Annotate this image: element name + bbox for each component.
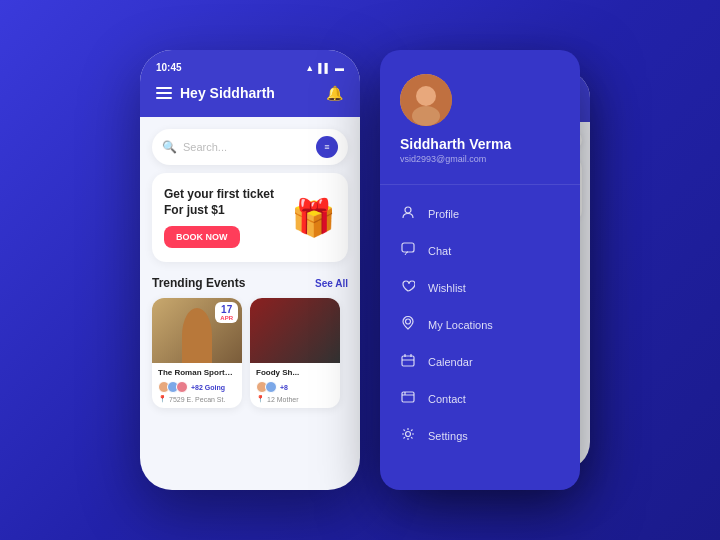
event-card-2[interactable]: Foody Sh... +8 📍 12 Mother: [250, 298, 340, 408]
date-month: APR: [220, 315, 233, 321]
promo-text: Get your first ticket For just $1 BOOK N…: [164, 187, 274, 248]
svg-point-5: [406, 319, 411, 324]
event-name-2: Foody Sh...: [256, 368, 334, 377]
drawer-item-wishlist[interactable]: Wishlist: [380, 269, 580, 306]
book-now-button[interactable]: BOOK NOW: [164, 226, 240, 248]
avatar-svg: [400, 74, 452, 126]
see-all-button[interactable]: See All: [315, 278, 348, 289]
events-row: 17 APR The Roman Sports Eve... +82 Going: [140, 298, 360, 408]
status-time: 10:45: [156, 62, 182, 73]
drawer-item-calendar[interactable]: Calendar: [380, 343, 580, 380]
person-silhouette: [182, 308, 212, 363]
going-text-2: +8: [280, 384, 288, 391]
user-avatar: [400, 74, 452, 126]
drawer-item-profile[interactable]: Profile: [380, 195, 580, 232]
battery-icon: ▬: [335, 63, 344, 73]
avatar-5: [265, 381, 277, 393]
scene: 10:45 ▲ ▌▌ ▬ Hey Siddharth 🔔 🔍 Search...: [140, 50, 580, 490]
event-img-1: 17 APR: [152, 298, 242, 363]
drawer-menu-items: Profile Chat Wishlist: [380, 185, 580, 464]
contact-icon: [400, 390, 416, 407]
bell-icon[interactable]: 🔔: [324, 83, 344, 103]
avatar-3: [176, 381, 188, 393]
filter-button[interactable]: ≡: [316, 136, 338, 158]
drawer-item-chat[interactable]: Chat: [380, 232, 580, 269]
profile-label: Profile: [428, 208, 459, 220]
event-info-2: Foody Sh... +8 📍 12 Mother: [250, 363, 340, 408]
svg-rect-7: [402, 392, 414, 402]
location-text-2: 12 Mother: [267, 396, 299, 403]
calendar-label: Calendar: [428, 356, 473, 368]
nav-greeting: Hey Siddharth: [180, 85, 324, 101]
search-icon: 🔍: [162, 140, 177, 154]
svg-point-1: [416, 86, 436, 106]
svg-point-8: [406, 432, 411, 437]
location-icon-1: 📍: [158, 395, 167, 403]
svg-point-2: [412, 106, 440, 126]
svg-rect-6: [402, 356, 414, 366]
status-bar: 10:45 ▲ ▌▌ ▬: [156, 62, 344, 73]
date-badge-1: 17 APR: [215, 302, 238, 323]
heart-icon: [400, 279, 416, 296]
promo-banner: Get your first ticket For just $1 BOOK N…: [152, 173, 348, 262]
svg-point-3: [405, 207, 411, 213]
event-going-1: +82 Going: [158, 381, 236, 393]
wifi-icon: ▲: [305, 63, 314, 73]
settings-label: Settings: [428, 430, 468, 442]
calendar-icon: [400, 353, 416, 370]
drawer-item-settings[interactable]: Settings: [380, 417, 580, 454]
trending-header: Trending Events See All: [140, 272, 360, 298]
avatar-stack-1: [158, 381, 185, 393]
drawer-profile: Siddharth Verma vsid2993@gmail.com: [380, 74, 580, 185]
contact-label: Contact: [428, 393, 466, 405]
event-location-1: 📍 7529 E. Pecan St.: [158, 395, 236, 403]
event-card-1[interactable]: 17 APR The Roman Sports Eve... +82 Going: [152, 298, 242, 408]
drawer-user-email: vsid2993@gmail.com: [400, 154, 560, 164]
event-img-2: [250, 298, 340, 363]
gift-icon: 🎁: [291, 197, 336, 239]
phone-nav: Hey Siddharth 🔔: [156, 83, 344, 103]
settings-icon: [400, 427, 416, 444]
search-placeholder: Search...: [183, 141, 316, 153]
avatar-stack-2: [256, 381, 274, 393]
going-text-1: +82 Going: [191, 384, 225, 391]
drawer-user-name: Siddharth Verma: [400, 136, 560, 152]
wishlist-label: Wishlist: [428, 282, 466, 294]
promo-line1: Get your first ticket For just $1: [164, 187, 274, 218]
profile-icon: [400, 205, 416, 222]
locations-label: My Locations: [428, 319, 493, 331]
event-going-2: +8: [256, 381, 334, 393]
location-pin-icon: [400, 316, 416, 333]
hamburger-menu[interactable]: [156, 87, 172, 99]
phone-header: 10:45 ▲ ▌▌ ▬ Hey Siddharth 🔔: [140, 50, 360, 117]
search-container: 🔍 Search... ≡: [140, 117, 360, 173]
location-text-1: 7529 E. Pecan St.: [169, 396, 225, 403]
chat-icon: [400, 242, 416, 259]
event-location-2: 📍 12 Mother: [256, 395, 334, 403]
event-name-1: The Roman Sports Eve...: [158, 368, 236, 377]
drawer-menu: Siddharth Verma vsid2993@gmail.com Profi…: [380, 50, 580, 490]
status-icons: ▲ ▌▌ ▬: [305, 63, 344, 73]
search-bar[interactable]: 🔍 Search... ≡: [152, 129, 348, 165]
date-day: 17: [220, 304, 233, 315]
signal-icon: ▌▌: [318, 63, 331, 73]
trending-title: Trending Events: [152, 276, 245, 290]
drawer-item-contact[interactable]: Contact: [380, 380, 580, 417]
svg-rect-4: [402, 243, 414, 252]
chat-label: Chat: [428, 245, 451, 257]
location-icon-2: 📍: [256, 395, 265, 403]
event-bg-2: [250, 298, 340, 363]
event-info-1: The Roman Sports Eve... +82 Going 📍 7529…: [152, 363, 242, 408]
phone-main: 10:45 ▲ ▌▌ ▬ Hey Siddharth 🔔 🔍 Search...: [140, 50, 360, 490]
drawer-item-locations[interactable]: My Locations: [380, 306, 580, 343]
